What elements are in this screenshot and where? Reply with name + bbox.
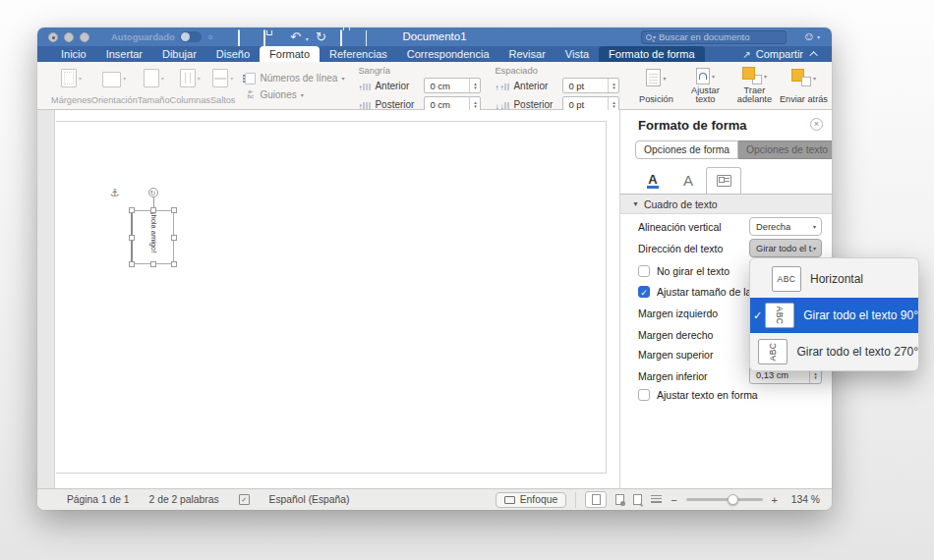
resize-handle[interactable] [171,261,177,267]
text-fill-tab[interactable]: A [635,167,671,194]
tab-vista[interactable]: Vista [555,46,599,62]
opciones-de-forma-tab[interactable]: Opciones de forma [635,140,738,159]
text-effects-tab[interactable]: A [671,167,706,194]
page-count[interactable]: Página 1 de 1 [67,494,130,505]
rotate-handle[interactable]: ↻ [148,188,158,197]
proofing-status-icon[interactable]: ✓ [239,494,250,505]
traer-adelante-button[interactable]: ▾ Traer adelante [730,65,779,107]
tamano-button[interactable]: ▾ Tamaño [138,65,170,107]
resize-handle[interactable] [150,207,156,213]
resize-handle[interactable] [171,207,177,213]
spacing-before-stepper[interactable]: ▴▾ [608,79,618,92]
zoom-percentage[interactable]: 134 % [787,494,820,505]
autosave-control[interactable]: Autoguardado o [111,31,212,42]
ajustar-texto-button[interactable]: ▾ Ajustar texto [680,65,730,107]
tab-inicio[interactable]: Inicio [51,46,96,62]
language-indicator[interactable]: Español (España) [269,494,350,505]
print-icon[interactable] [340,30,353,43]
resize-handle[interactable] [150,261,156,267]
web-layout-view-icon[interactable] [615,494,624,505]
spacing-before-field[interactable]: 0 pt ▴▾ [562,78,619,93]
columnas-button[interactable]: ▾ Columnas [170,65,210,107]
tab-revisar[interactable]: Revisar [499,46,555,62]
focus-mode-button[interactable]: Enfoque [496,492,566,508]
indent-before-field[interactable]: 0 cm ▴▾ [424,78,481,93]
text-direction-label: Dirección del texto [638,243,723,254]
tab-insertar[interactable]: Insertar [96,46,152,62]
tab-formato-de-forma[interactable]: Formato de forma [599,46,704,62]
share-button[interactable]: ↗ Compartir [742,48,832,62]
save-icon[interactable] [263,30,276,43]
checkbox-checked-icon[interactable]: ✓ [638,286,650,298]
no-rotate-checkbox[interactable]: No girar el texto [638,265,730,277]
spacing-before-icon: ↑↑ [495,81,509,90]
text-direction-dropdown[interactable]: Girar todo el t…▾ [749,239,822,257]
cuadro-de-texto-section[interactable]: ▼ Cuadro de texto [620,195,832,214]
document-page[interactable]: ⚓ ¡hola amigo! ↻ [56,121,607,474]
selected-textbox[interactable]: ¡hola amigo! ↻ [131,210,174,264]
autosave-toggle[interactable] [180,31,202,42]
draft-view-icon[interactable] [651,495,662,504]
undo-caret-icon[interactable]: ▾ [306,35,309,42]
zoom-slider[interactable] [686,498,763,501]
outline-view-icon[interactable] [633,494,642,505]
new-document-icon[interactable] [238,30,251,43]
checkbox-unchecked-icon[interactable] [638,265,650,277]
resize-handle[interactable] [171,235,177,241]
enviar-atras-button[interactable]: ▾ Enviar atrás [779,65,828,107]
spacing-after-stepper[interactable]: ▴▾ [608,97,618,111]
undo-icon[interactable]: ↶▾ [289,30,302,43]
print-layout-view-button[interactable] [585,491,607,508]
autosave-off-indicator: o [208,33,212,40]
zoom-window-button[interactable] [80,32,89,42]
customize-toolbar-icon[interactable] [366,30,379,43]
indent-after-icon: ↑ [358,99,371,109]
numeros-de-linea-button[interactable]: Números de línea ▾ [245,73,344,84]
resize-handle[interactable] [129,261,135,267]
tab-diseno[interactable]: Diseño [206,46,260,62]
tab-correspondencia[interactable]: Correspondencia [397,46,499,62]
saltos-button[interactable]: ▾ Saltos [210,65,236,107]
word-count[interactable]: 2 de 2 palabras [149,494,219,505]
feedback-control[interactable]: ☺ ▾ [803,29,820,43]
vertical-alignment-dropdown[interactable]: Derecha▾ [749,217,822,236]
tab-referencias[interactable]: Referencias [320,46,397,62]
textbox-options-tab[interactable] [706,167,741,194]
horizontal-text-icon: ABC [772,266,801,292]
tab-formato[interactable]: Formato [260,46,320,62]
orientacion-button[interactable]: ▾ Orientación [91,65,138,107]
resize-handle[interactable] [129,235,135,241]
disclosure-triangle-icon[interactable]: ▼ [632,200,639,207]
resize-handle[interactable] [129,207,135,213]
indent-after-stepper[interactable]: ▴▾ [469,97,480,111]
collapse-ribbon-icon[interactable] [809,51,817,59]
panel-de-seleccion-button[interactable]: Panel de selección [828,65,832,107]
menu-item-horizontal[interactable]: ABC Horizontal [750,261,918,297]
margenes-button[interactable]: ▾ Márgenes [51,65,91,107]
menu-item-rotate-90[interactable]: ✓ ABC Girar todo el texto 90° [750,298,918,333]
search-box[interactable]: ▾ [641,30,787,44]
close-window-button[interactable] [48,32,58,42]
zoom-slider-knob[interactable] [728,494,738,505]
guiones-button[interactable]: a-bc Guiones ▾ [245,89,344,100]
redo-icon[interactable]: ↻ [315,30,327,43]
close-pane-icon[interactable]: × [810,118,823,131]
rotate-90-text-icon: ABC [765,303,794,328]
autosave-label: Autoguardado [111,31,175,42]
wrap-text-checkbox[interactable]: Ajustar texto en forma [638,389,758,401]
opciones-de-texto-tab[interactable]: Opciones de texto [738,140,832,159]
indent-before-stepper[interactable]: ▴▾ [469,79,480,92]
search-input[interactable] [659,31,782,42]
focus-icon [504,496,515,504]
checkbox-unchecked-icon[interactable] [638,389,650,401]
menu-item-rotate-270[interactable]: ABC Girar todo el texto 270° [750,334,918,369]
zoom-out-icon[interactable]: − [671,494,676,506]
textbox-text[interactable]: ¡hola amigo! [148,212,157,263]
posicion-button[interactable]: ▾ Posición [631,65,680,107]
smiley-icon[interactable]: ☺ [803,29,815,43]
minimize-window-button[interactable] [64,32,74,42]
tab-dibujar[interactable]: Dibujar [152,46,206,62]
spacing-after-icon: ↓↓ [495,99,509,109]
zoom-in-icon[interactable]: + [772,494,778,506]
feedback-caret-icon: ▾ [817,33,820,40]
